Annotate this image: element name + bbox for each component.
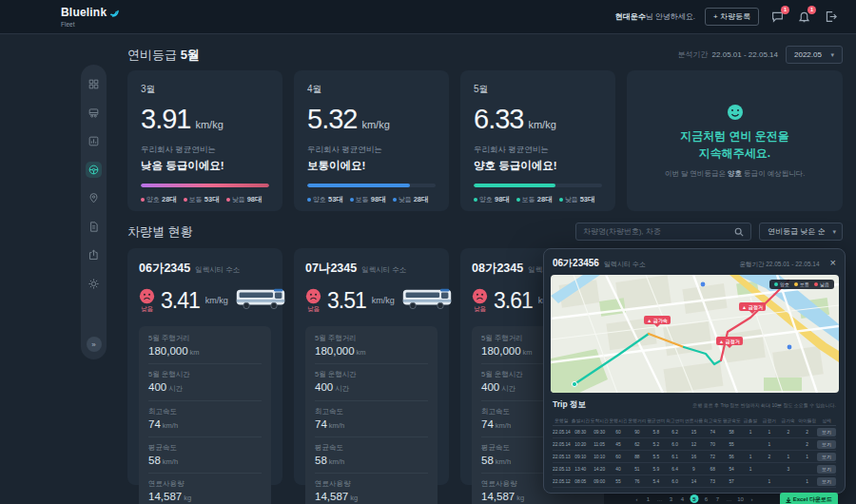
- legend-count: 98대: [371, 195, 386, 204]
- page-item[interactable]: 6: [703, 496, 710, 502]
- page-current[interactable]: 5: [691, 494, 699, 503]
- tip-sub-suffix: 등급이 예상됩니다.: [742, 169, 805, 178]
- stat-value: 180,000km: [148, 345, 262, 357]
- sidebar-collapse-button[interactable]: »: [87, 337, 102, 352]
- legend-item: 양호 53대: [307, 195, 343, 204]
- stat-label: 5월 주행거리: [148, 334, 262, 343]
- trip-view-button[interactable]: 보기: [817, 440, 836, 449]
- trip-cell: 40: [610, 467, 628, 472]
- legend-dot: [184, 198, 187, 202]
- fuel-grade-bar-fill: [307, 184, 410, 187]
- fuel-grade-bar-fill: [141, 184, 269, 187]
- fuel-value: 3.91: [141, 104, 190, 135]
- trip-cell: 09:30: [591, 430, 609, 435]
- trip-cell: 1: [779, 455, 797, 459]
- operation-icon: [88, 135, 100, 147]
- sidebar-item-report[interactable]: [86, 219, 102, 235]
- trip-cell: 55: [610, 479, 628, 484]
- fuel-grade-bar: [141, 184, 269, 187]
- sidebar-item-operation[interactable]: [86, 133, 102, 149]
- chat-button[interactable]: 1: [768, 9, 786, 26]
- notifications-button[interactable]: 1: [795, 9, 812, 26]
- trip-col-header: 운행일: [553, 417, 571, 423]
- marker-label: 급정거: [749, 304, 763, 310]
- stat-value: 74km/h: [148, 418, 262, 430]
- trip-col-header: 운행거리(km): [628, 417, 646, 423]
- legend-count: 53대: [328, 195, 343, 204]
- trip-cell: 12: [685, 442, 703, 447]
- map-event-marker[interactable]: ▲급정거: [716, 337, 743, 345]
- analysis-value: 22.05.01 - 22.05.14: [712, 50, 778, 59]
- map-event-marker[interactable]: ▲급정거: [739, 302, 766, 311]
- bluelink-swoosh-icon: [108, 5, 119, 20]
- warning-icon: ▲: [742, 304, 747, 310]
- fuel-desc: 우리회사 평균연비는: [307, 145, 436, 156]
- page-item[interactable]: 4: [679, 496, 687, 502]
- location-icon: [88, 192, 100, 204]
- legend-count: 28대: [537, 195, 553, 204]
- legend-dot: [226, 198, 230, 202]
- trip-col-header: 도착시간: [591, 417, 609, 423]
- stat-number: 58: [481, 455, 494, 466]
- page-item[interactable]: ‹: [633, 496, 641, 502]
- page-item[interactable]: 7: [714, 496, 722, 502]
- vehicle-card[interactable]: 07나2345 일렉시티 수소 낮음 3.51 km/kg: [294, 248, 449, 485]
- trip-cell: 54: [723, 467, 741, 472]
- close-icon[interactable]: ×: [830, 258, 836, 268]
- fuel-grade-card: 5월 6.33 km/kg 우리회사 평균연비는 양호 등급이에요! 양호 98…: [460, 70, 615, 211]
- trip-cell: 2: [798, 442, 816, 447]
- page-item[interactable]: …: [656, 496, 664, 502]
- trip-cell: 2: [760, 455, 778, 459]
- route-map[interactable]: 양호보통낮음 ▲급가속▲급정거▲급정거: [551, 275, 839, 393]
- trip-view-button[interactable]: 보기: [817, 465, 836, 474]
- trip-table-row: 22.05.1410:2011:0545625.26.012705512보기: [553, 438, 836, 451]
- trip-view-button[interactable]: 보기: [817, 453, 836, 461]
- trip-cell: 6.0: [666, 442, 684, 447]
- sidebar-item-settings[interactable]: [86, 276, 102, 292]
- user-name: 현대운수: [615, 12, 646, 21]
- excel-download-button[interactable]: Excel 다운로드: [780, 493, 838, 504]
- stat-label: 연료사용량: [148, 479, 262, 489]
- page-item[interactable]: ›: [749, 496, 756, 502]
- settings-icon: [88, 278, 100, 290]
- page-item[interactable]: 3: [668, 496, 675, 502]
- sidebar-item-export[interactable]: [86, 247, 102, 263]
- page-item[interactable]: …: [726, 496, 733, 502]
- search-icon[interactable]: [734, 223, 744, 241]
- map-event-marker[interactable]: ▲급가속: [644, 316, 671, 324]
- marker-label: 급정거: [726, 339, 740, 344]
- trip-cell: 6.4: [666, 467, 684, 472]
- sidebar-item-dashboard[interactable]: [86, 76, 102, 92]
- sidebar-item-fuel[interactable]: [86, 162, 102, 178]
- fuel-card-month: 3월: [141, 83, 269, 96]
- vehicle-register-button[interactable]: + 차량등록: [705, 8, 759, 26]
- sidebar-item-location[interactable]: [86, 190, 102, 206]
- fuel-section-head: 연비등급 5월 분석기간22.05.01 - 22.05.14 2022.05 …: [127, 46, 843, 64]
- month-select[interactable]: 2022.05 ▾: [786, 46, 843, 64]
- page-item[interactable]: 1: [645, 496, 652, 502]
- trip-view-button[interactable]: 보기: [817, 428, 836, 436]
- stat-unit: km/h: [163, 421, 178, 430]
- trip-cell: 6.2: [666, 430, 684, 435]
- page-item[interactable]: 10: [737, 496, 745, 502]
- legend-label: 보통: [522, 195, 535, 204]
- vehicle-stat-row: 5월 운행시간 400시간: [315, 364, 428, 401]
- sort-select[interactable]: 연비등급 낮은 순 ▾: [759, 223, 843, 241]
- trip-col-header: 급가속: [779, 417, 797, 423]
- logout-button[interactable]: [822, 9, 839, 26]
- fuel-legend: 양호 98대보통 28대낮음 53대: [474, 195, 602, 204]
- vehicle-card[interactable]: 06가2345 일렉시티 수소 낮음 3.41 km/kg: [127, 248, 282, 485]
- vehicle-detail-overlay: 06가23456 일렉시티 수소 운행기간 22.05.01 - 22.05.1…: [543, 248, 846, 494]
- marker-label: 급가속: [653, 318, 668, 323]
- legend-dot: [559, 198, 563, 202]
- trip-view-button[interactable]: 보기: [817, 477, 836, 486]
- stat-number: 400: [148, 381, 166, 393]
- fuel-unit: km/kg: [361, 119, 389, 130]
- sidebar-item-vehicle[interactable]: [86, 105, 102, 121]
- vehicle-search-input[interactable]: [583, 227, 734, 236]
- stat-unit: 시간: [335, 384, 349, 393]
- fuel-tip-sub: 이번 달 연비등급은 양호 등급이 예상됩니다.: [665, 169, 806, 179]
- fuel-icon: [88, 164, 100, 176]
- stat-value: 14,587kg: [148, 491, 262, 502]
- trip-col-header: 아이들링: [798, 417, 816, 423]
